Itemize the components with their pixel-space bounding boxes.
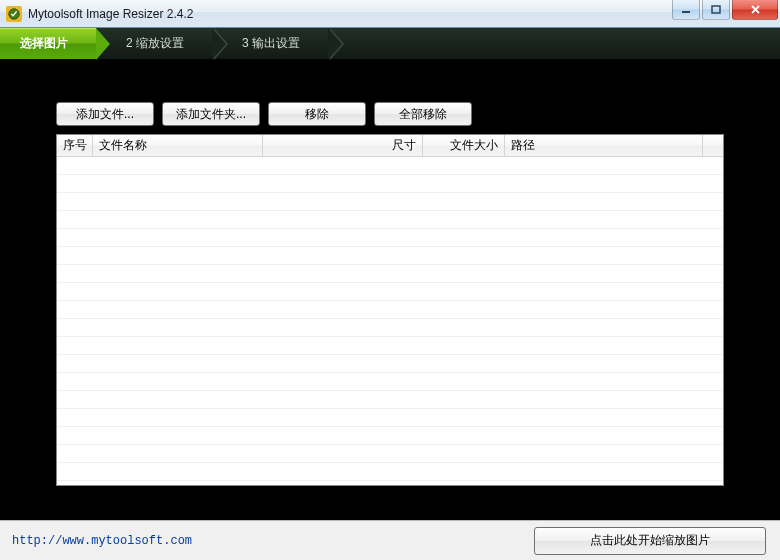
app-icon [6,6,22,22]
table-row [57,319,723,337]
start-resize-button[interactable]: 点击此处开始缩放图片 [534,527,766,555]
button-label: 添加文件夹... [176,106,246,123]
table-row [57,193,723,211]
step-label: 3 输出设置 [242,35,300,52]
column-label: 尺寸 [392,137,416,154]
file-table: 序号 文件名称 尺寸 文件大小 路径 [56,134,724,486]
minimize-icon [681,5,691,15]
step-select-images[interactable]: 选择图片 [0,28,96,59]
footer: http://www.mytoolsoft.com 点击此处开始缩放图片 [0,520,780,560]
add-file-button[interactable]: 添加文件... [56,102,154,126]
step-label: 选择图片 [20,35,68,52]
table-row [57,175,723,193]
step-bar: 选择图片 2 缩放设置 3 输出设置 [0,28,780,60]
remove-button[interactable]: 移除 [268,102,366,126]
main-content: 添加文件... 添加文件夹... 移除 全部移除 序号 文件名称 尺寸 文件大小… [0,60,780,520]
column-spacer [703,135,723,156]
table-row [57,391,723,409]
remove-all-button[interactable]: 全部移除 [374,102,472,126]
maximize-icon [711,5,721,15]
table-row [57,445,723,463]
table-row [57,373,723,391]
table-row [57,409,723,427]
button-label: 点击此处开始缩放图片 [590,532,710,549]
table-body[interactable] [57,157,723,481]
step-resize-settings[interactable]: 2 缩放设置 [96,28,212,59]
table-row [57,337,723,355]
table-header: 序号 文件名称 尺寸 文件大小 路径 [57,135,723,157]
window-controls [672,0,780,20]
window-titlebar: Mytoolsoft Image Resizer 2.4.2 [0,0,780,28]
table-row [57,301,723,319]
add-folder-button[interactable]: 添加文件夹... [162,102,260,126]
column-label: 文件大小 [450,137,498,154]
button-label: 移除 [305,106,329,123]
column-filename[interactable]: 文件名称 [93,135,263,156]
table-row [57,211,723,229]
chevron-right-icon [330,28,344,60]
table-row [57,265,723,283]
close-button[interactable] [732,0,778,20]
button-label: 添加文件... [76,106,134,123]
column-filesize[interactable]: 文件大小 [423,135,505,156]
website-link[interactable]: http://www.mytoolsoft.com [12,534,192,548]
button-label: 全部移除 [399,106,447,123]
table-row [57,463,723,481]
minimize-button[interactable] [672,0,700,20]
column-index[interactable]: 序号 [57,135,93,156]
column-label: 序号 [63,137,87,154]
table-row [57,355,723,373]
step-label: 2 缩放设置 [126,35,184,52]
column-label: 文件名称 [99,137,147,154]
table-row [57,427,723,445]
close-icon [750,4,761,15]
table-row [57,283,723,301]
maximize-button[interactable] [702,0,730,20]
svg-rect-1 [682,11,690,13]
file-toolbar: 添加文件... 添加文件夹... 移除 全部移除 [56,102,724,126]
svg-rect-2 [712,6,720,13]
window-title: Mytoolsoft Image Resizer 2.4.2 [28,7,193,21]
column-dimensions[interactable]: 尺寸 [263,135,423,156]
column-label: 路径 [511,137,535,154]
chevron-right-icon [214,28,228,60]
table-row [57,247,723,265]
column-path[interactable]: 路径 [505,135,703,156]
table-row [57,157,723,175]
step-output-settings[interactable]: 3 输出设置 [212,28,328,59]
table-row [57,229,723,247]
